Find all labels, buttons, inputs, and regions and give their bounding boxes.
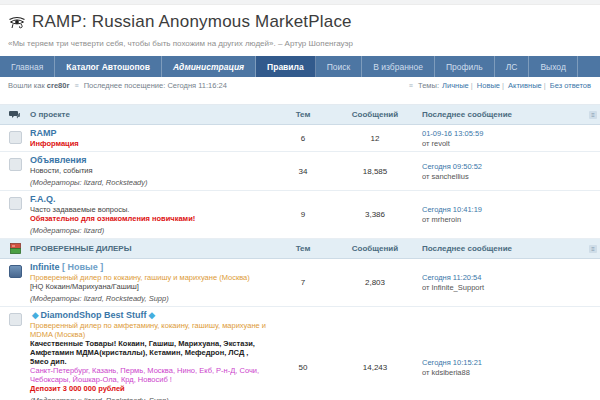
- posts-count: 3,386: [332, 194, 418, 235]
- last-post-author: от kdsiberia88: [422, 368, 586, 377]
- forum-desc: Новости, события: [30, 166, 268, 175]
- last-post-author: от Infinite_Support: [422, 283, 586, 292]
- forum-page: RAMP: Russian Anonymous MarketPlace «Мы …: [0, 0, 600, 400]
- forum-desc-dealer: Проверенный дилер по кокаину, гашишу и м…: [30, 273, 268, 282]
- logged-in-label: Вошли как: [8, 81, 45, 90]
- comments-icon: [9, 110, 21, 120]
- toggle-cell: ≡: [586, 245, 600, 253]
- nav-item-autoshop-catalog[interactable]: Каталог Автошопов: [55, 56, 162, 77]
- status-icon-cell: [0, 310, 30, 400]
- last-visit-text: Последнее посещение: Сегодня 11:16:24: [84, 81, 227, 90]
- nav-item-home[interactable]: Главная: [0, 56, 55, 77]
- new-posts-link[interactable]: [ Новые ]: [62, 262, 103, 272]
- forum-read-icon: [9, 197, 22, 210]
- last-post-cell: Сегодня 09:50:52 от sanchellius: [418, 155, 586, 187]
- forum-link-announcements[interactable]: Объявления: [30, 155, 87, 165]
- forum-desc: Информация: [30, 139, 268, 148]
- forum-row-ramp: RAMP Информация 6 12 01-09-16 13:05:59 о…: [0, 125, 600, 152]
- nav-item-search[interactable]: Поиск: [316, 56, 363, 77]
- topics-link-new[interactable]: Новые: [477, 81, 500, 90]
- last-post-date-link[interactable]: 01-09-16 13:05:59: [422, 129, 586, 138]
- section-header-verified-dealers: ПРОВЕРЕННЫЕ ДИЛЕРЫ Тем Сообщений Последн…: [0, 239, 600, 259]
- section-title: О проекте: [30, 110, 274, 119]
- verified-dealers-icon: [10, 243, 21, 254]
- last-post-date-link[interactable]: Сегодня 09:50:52: [422, 162, 586, 171]
- column-header-posts: Сообщений: [332, 244, 418, 253]
- toggle-cell: [586, 128, 600, 148]
- username: cre80r: [47, 81, 70, 90]
- list-separator-icon: ≡: [74, 82, 78, 89]
- section-title: ПРОВЕРЕННЫЕ ДИЛЕРЫ: [30, 244, 274, 253]
- topics-link-personal[interactable]: Личные: [442, 81, 469, 90]
- masthead: RAMP: Russian Anonymous MarketPlace: [0, 5, 600, 32]
- section-icon-cell: [0, 110, 30, 120]
- last-post-cell: Сегодня 10:41:19 от mrheroin: [418, 194, 586, 235]
- posts-count: 2,803: [332, 262, 418, 303]
- forum-desc-cities: Санкт-Петербург, Казань, Пермь, Москва, …: [30, 366, 268, 384]
- forum-info: F.A.Q. Часто задаваемые вопросы. Обязате…: [30, 194, 274, 235]
- forum-desc: [HQ Кокаин/Марихуана/Гашиш]: [30, 282, 268, 291]
- forum-read-icon: [9, 313, 22, 326]
- login-status: Вошли как cre80r ≡ Последнее посещение: …: [8, 81, 227, 90]
- topics-quick-links: ≡ Темы: Личные| Новые| Активные| Без отв…: [406, 81, 592, 90]
- nav-item-pm[interactable]: ЛС: [495, 56, 530, 77]
- forum-read-icon: [9, 158, 22, 171]
- last-post-cell: 01-09-16 13:05:59 от revolt: [418, 128, 586, 148]
- forum-link-infinite[interactable]: Infinite: [30, 262, 60, 272]
- column-header-last-post: Последнее сообщение: [418, 244, 586, 253]
- last-post-cell: Сегодня 10:15:21 от kdsiberia88: [418, 310, 586, 400]
- gem-icon: ◆: [32, 310, 39, 320]
- section-collapse-icon[interactable]: ≡: [589, 111, 597, 119]
- nav-item-logout[interactable]: Выход: [529, 56, 577, 77]
- forum-desc-warning: Обязательно для ознакомления новичками!: [30, 214, 268, 223]
- forum-desc: Часто задаваемые вопросы.: [30, 205, 268, 214]
- nav-item-profile[interactable]: Профиль: [435, 56, 495, 77]
- section-icon-cell: [0, 243, 30, 254]
- toggle-cell: ≡: [586, 111, 600, 119]
- forum-desc-dealer: Проверенный дилер по амфетамину, кокаину…: [30, 321, 268, 339]
- last-post-date-link[interactable]: Сегодня 10:15:21: [422, 358, 586, 367]
- forum-info: Объявления Новости, события (Модераторы:…: [30, 155, 274, 187]
- topics-link-unanswered[interactable]: Без ответов: [550, 81, 591, 90]
- main-nav: Главная Каталог Автошопов Администрация …: [0, 56, 600, 77]
- forum-link-faq[interactable]: F.A.Q.: [30, 194, 56, 204]
- nav-item-administration[interactable]: Администрация: [162, 56, 256, 77]
- forum-link-diamondshop[interactable]: DiamondShop Best Stuff: [41, 310, 147, 320]
- site-quote: «Мы теряем три четверти себя, чтобы быть…: [0, 32, 600, 56]
- last-post-author: от mrheroin: [422, 215, 586, 224]
- status-bar: Вошли как cre80r ≡ Последнее посещение: …: [0, 77, 600, 96]
- toggle-cell: [586, 194, 600, 235]
- topics-link-active[interactable]: Активные: [508, 81, 542, 90]
- topics-count: 50: [274, 310, 332, 400]
- forum-info: ◆DiamondShop Best Stuff◆ Проверенный дил…: [30, 310, 274, 400]
- forum-read-icon: [9, 131, 22, 144]
- list-separator-icon: ≡: [409, 82, 413, 89]
- moderators-line: (Модераторы: lizard, Rocksteady, Supp): [30, 294, 268, 303]
- forum-row-infinite: Infinite [ Новые ] Проверенный дилер по …: [0, 259, 600, 307]
- nav-item-favorites[interactable]: В избранное: [362, 56, 435, 77]
- nav-filler: [578, 56, 600, 77]
- eye-of-horus-icon: [8, 15, 26, 29]
- topics-count: 34: [274, 155, 332, 187]
- forum-info: Infinite [ Новые ] Проверенный дилер по …: [30, 262, 274, 303]
- forum-desc-goods: Качественные Товары! Кокаин, Гашиш, Мари…: [30, 339, 268, 366]
- forum-board: О проекте Тем Сообщений Последнее сообще…: [0, 104, 600, 400]
- toggle-cell: [586, 262, 600, 303]
- pipe-separator: |: [544, 81, 546, 90]
- forum-link-ramp[interactable]: RAMP: [30, 128, 57, 138]
- topics-count: 9: [274, 194, 332, 235]
- section-collapse-icon[interactable]: ≡: [589, 245, 597, 253]
- column-header-last-post: Последнее сообщение: [418, 110, 586, 119]
- gem-icon: ◆: [149, 310, 156, 320]
- page-title: RAMP: Russian Anonymous MarketPlace: [32, 12, 352, 32]
- last-post-author: от sanchellius: [422, 172, 586, 181]
- nav-item-rules[interactable]: Правила: [256, 56, 316, 77]
- last-post-author: от revolt: [422, 139, 586, 148]
- forum-row-announcements: Объявления Новости, события (Модераторы:…: [0, 152, 600, 191]
- last-post-date-link[interactable]: Сегодня 10:41:19: [422, 205, 586, 214]
- last-post-date-link[interactable]: Сегодня 11:20:54: [422, 273, 586, 282]
- topics-count: 7: [274, 262, 332, 303]
- status-icon-cell: [0, 128, 30, 148]
- moderators-line: (Модераторы: lizard): [30, 226, 268, 235]
- forum-row-faq: F.A.Q. Часто задаваемые вопросы. Обязате…: [0, 191, 600, 239]
